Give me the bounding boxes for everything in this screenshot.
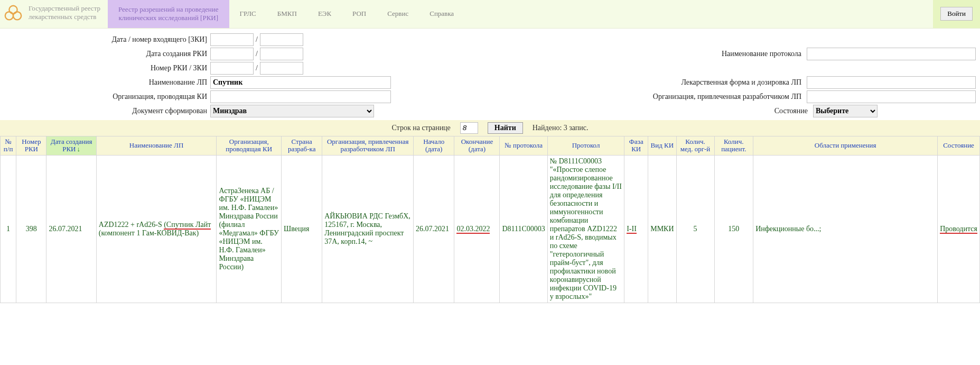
col-kind[interactable]: Вид КИ <box>648 136 676 156</box>
cell-idx: 1 <box>1 156 16 303</box>
find-options: Строк на странице Найти Найдено: 3 запис… <box>0 120 980 136</box>
tab-bmkp[interactable]: БМКП <box>267 0 307 28</box>
found-text: Найдено: 3 запис. <box>533 124 589 132</box>
in-lp-name[interactable] <box>210 76 391 89</box>
lbl-date-rki: Дата создания РКИ <box>4 50 210 58</box>
lbl-lp-name: Наименование ЛП <box>4 78 210 87</box>
col-proto-num[interactable]: № протокола <box>500 136 547 156</box>
lbl-num-rki: Номер РКИ / ЗКИ <box>4 64 210 72</box>
lbl-doc-source: Документ сформирован <box>4 107 210 115</box>
cell-country: Швеция <box>282 156 322 303</box>
col-protocol[interactable]: Протокол <box>547 136 624 156</box>
in-dn-in-num[interactable] <box>260 33 303 46</box>
rows-per-page-label: Строк на странице <box>391 124 450 132</box>
col-org-conduct[interactable]: Организация, проводящая КИ <box>217 136 282 156</box>
in-date-rki-1[interactable] <box>210 48 254 60</box>
find-button[interactable]: Найти <box>488 122 523 134</box>
tab-rki[interactable]: Реестр разрешений на проведениеклиническ… <box>108 0 229 28</box>
logo-icon <box>3 4 23 24</box>
lbl-org-dev: Организация, привлеченная разработчиком … <box>501 93 807 101</box>
svg-point-2 <box>9 6 17 14</box>
col-start[interactable]: Начало (дата) <box>414 136 454 156</box>
cell-kind: ММКИ <box>648 156 676 303</box>
in-form-dose[interactable] <box>807 76 976 89</box>
tab-service[interactable]: Сервис <box>377 0 419 28</box>
results-table: № п/п Номер РКИ Дата создания РКИ↓ Наиме… <box>0 136 980 304</box>
col-areas[interactable]: Области применения <box>753 136 938 156</box>
cell-state: Проводится <box>938 156 980 303</box>
col-date-rki[interactable]: Дата создания РКИ↓ <box>46 136 96 156</box>
cell-phase: I-II <box>624 156 648 303</box>
tab-rop[interactable]: РОП <box>342 0 377 28</box>
cell-date-rki: 26.07.2021 <box>46 156 96 303</box>
cell-proto-num: D8111C00003 <box>500 156 547 303</box>
filters-col-left: Дата / номер входящего [ЗКИ] / Дата созд… <box>4 32 480 119</box>
topbar: Государственный реестр лекарственных сре… <box>0 0 980 29</box>
lbl-state: Состояние <box>501 107 814 115</box>
col-lp-name[interactable]: Наименование ЛП <box>96 136 217 156</box>
in-num-zki[interactable] <box>260 62 303 75</box>
tab-help[interactable]: Справка <box>419 0 464 28</box>
in-num-rki[interactable] <box>210 62 254 75</box>
in-proto-name[interactable] <box>807 48 976 60</box>
filters-col-right: . Наименование протокола . Лекарственная… <box>501 32 976 119</box>
cell-org-conduct: АстраЗенека АБ / ФГБУ «НИЦЭМ им. Н.Ф. Га… <box>217 156 282 303</box>
cell-start: 26.07.2021 <box>414 156 454 303</box>
col-org-dev[interactable]: Организация, привлеченная разработчиком … <box>322 136 414 156</box>
col-state[interactable]: Состояние <box>938 136 980 156</box>
col-country[interactable]: Страна разраб-ка <box>282 136 322 156</box>
tab-eek[interactable]: ЕЭК <box>307 0 342 28</box>
cell-protocol: № D8111C00003 "«Простое слепое рандомизи… <box>547 156 624 303</box>
sel-doc-source[interactable]: Минздрав <box>210 105 374 117</box>
rows-per-page-input[interactable] <box>460 122 478 134</box>
table-row[interactable]: 1 398 26.07.2021 AZD1222 + rAd26-S (Спут… <box>1 156 980 303</box>
lbl-dn-in: Дата / номер входящего [ЗКИ] <box>4 35 210 44</box>
col-patients[interactable]: Колич. пациент. <box>714 136 753 156</box>
login-area: Войти <box>933 0 980 28</box>
col-idx[interactable]: № п/п <box>1 136 16 156</box>
login-button[interactable]: Войти <box>940 7 973 21</box>
lbl-form-dose: Лекарственная форма и дозировка ЛП <box>501 78 807 87</box>
tab-grls[interactable]: ГРЛС <box>229 0 267 28</box>
in-org-dev[interactable] <box>807 90 976 103</box>
cell-med-orgs: 5 <box>676 156 714 303</box>
cell-areas: Инфекционные бо...; <box>753 156 938 303</box>
col-med-orgs[interactable]: Колич. мед. орг-й <box>676 136 714 156</box>
filters: Дата / номер входящего [ЗКИ] / Дата созд… <box>0 29 980 120</box>
sel-state[interactable]: Выберите <box>813 105 878 117</box>
in-date-rki-2[interactable] <box>260 48 303 60</box>
sort-arrow-down-icon: ↓ <box>77 145 81 153</box>
main-tabs: Реестр разрешений на проведениеклиническ… <box>108 0 933 28</box>
cell-num-rki: 398 <box>16 156 46 303</box>
in-dn-in-date[interactable] <box>210 33 254 46</box>
col-end[interactable]: Окончание (дата) <box>454 136 500 156</box>
cell-org-dev: АЙКЬЮВИА РДС ГезмбХ, 125167, г. Москва, … <box>322 156 414 303</box>
site-title: Государственный реестр лекарственных сре… <box>26 0 108 28</box>
lbl-org-conduct: Организация, проводящая КИ <box>4 93 210 101</box>
col-num-rki[interactable]: Номер РКИ <box>16 136 46 156</box>
cell-lp-name: AZD1222 + rAd26-S (Спутник Лайт (компоне… <box>96 156 217 303</box>
in-org-conduct[interactable] <box>210 90 391 103</box>
col-phase[interactable]: Фаза КИ <box>624 136 648 156</box>
cell-end: 02.03.2022 <box>454 156 500 303</box>
site-logo <box>0 0 26 28</box>
cell-patients: 150 <box>714 156 753 303</box>
lbl-proto-name: Наименование протокола <box>501 50 807 58</box>
